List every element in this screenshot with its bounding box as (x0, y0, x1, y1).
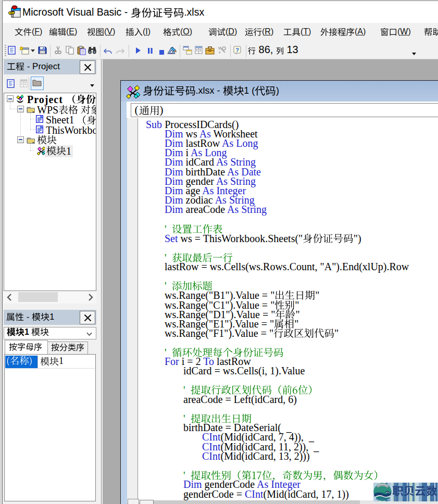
svg-text:?: ? (235, 47, 239, 53)
